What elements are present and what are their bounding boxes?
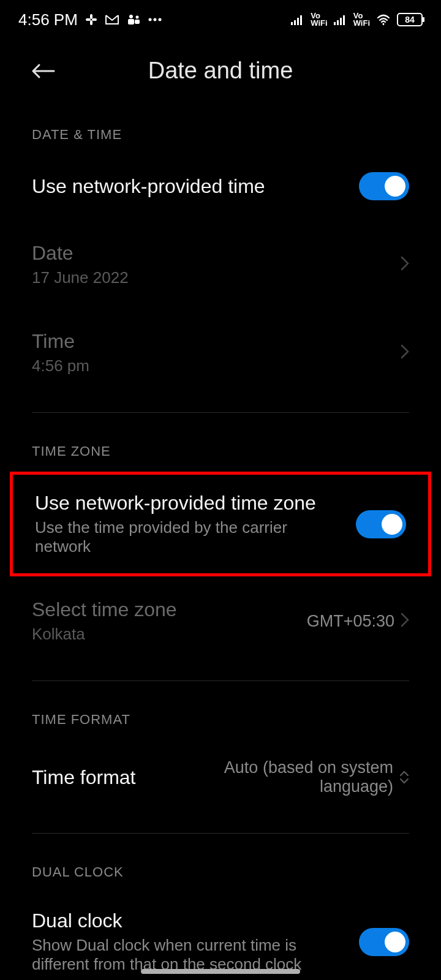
- svg-rect-14: [300, 15, 302, 25]
- row-network-timezone[interactable]: Use network-provided time zone Use the t…: [13, 475, 428, 573]
- section-time-zone: TIME ZONE: [0, 425, 441, 472]
- section-dual-clock: DUAL CLOCK: [0, 846, 441, 892]
- date-label: Date: [32, 242, 129, 265]
- gmail-icon: [105, 14, 119, 25]
- more-icon: [148, 17, 162, 22]
- network-timezone-label: Use network-provided time zone: [35, 492, 344, 514]
- status-bar: 4:56 PM VoWiFi VoWiFi 84: [0, 0, 441, 39]
- svg-rect-7: [135, 20, 140, 24]
- divider: [32, 412, 409, 413]
- time-label: Time: [32, 330, 89, 353]
- time-value: 4:56 pm: [32, 356, 89, 375]
- status-right: VoWiFi VoWiFi 84: [291, 12, 423, 27]
- svg-rect-3: [92, 18, 97, 21]
- row-network-time[interactable]: Use network-provided time: [0, 155, 441, 217]
- row-select-timezone[interactable]: Select time zone Kolkata GMT+05:30: [0, 576, 441, 668]
- arrow-left-icon: [31, 62, 55, 80]
- svg-rect-12: [294, 20, 296, 25]
- battery-level: 84: [405, 15, 415, 24]
- svg-rect-16: [337, 20, 339, 25]
- svg-point-4: [129, 15, 133, 18]
- select-timezone-label: Select time zone: [32, 598, 177, 621]
- divider: [32, 833, 409, 834]
- network-time-toggle[interactable]: [359, 172, 409, 200]
- signal-icon: [291, 14, 304, 25]
- row-time[interactable]: Time 4:56 pm: [0, 312, 441, 400]
- svg-rect-2: [86, 18, 91, 21]
- section-time-format: TIME FORMAT: [0, 693, 441, 740]
- vowifi-icon-2: VoWiFi: [353, 12, 370, 27]
- status-time: 4:56 PM: [18, 10, 78, 29]
- svg-point-6: [135, 16, 138, 19]
- svg-rect-15: [334, 22, 336, 25]
- svg-point-8: [148, 18, 151, 21]
- date-value: 17 June 2022: [32, 268, 129, 287]
- time-format-label: Time format: [32, 766, 136, 789]
- svg-rect-18: [343, 15, 345, 25]
- svg-rect-0: [90, 14, 92, 19]
- row-time-format[interactable]: Time format Auto (based on system langua…: [0, 740, 441, 821]
- signal-icon-2: [334, 14, 347, 25]
- dual-clock-label: Dual clock: [32, 910, 347, 932]
- section-date-time: DATE & TIME: [0, 108, 441, 155]
- chevron-right-icon: [401, 344, 409, 361]
- highlight-annotation: Use network-provided time zone Use the t…: [10, 472, 431, 576]
- slack-icon: [85, 13, 97, 26]
- svg-point-19: [383, 23, 385, 25]
- svg-rect-17: [340, 18, 342, 25]
- select-timezone-value: GMT+05:30: [307, 612, 394, 631]
- divider: [32, 680, 409, 681]
- teams-icon: [127, 13, 140, 26]
- svg-rect-1: [90, 20, 92, 25]
- svg-rect-11: [291, 22, 293, 25]
- wifi-icon: [376, 14, 391, 25]
- time-format-value: Auto (based on system language): [222, 758, 393, 796]
- svg-point-10: [158, 18, 161, 21]
- chevron-right-icon: [401, 256, 409, 273]
- nav-indicator[interactable]: [141, 969, 300, 974]
- status-left: 4:56 PM: [18, 10, 162, 29]
- dual-clock-toggle[interactable]: [359, 928, 409, 956]
- vowifi-icon: VoWiFi: [311, 12, 327, 27]
- row-dual-clock[interactable]: Dual clock Show Dual clock when current …: [0, 892, 441, 980]
- row-date[interactable]: Date 17 June 2022: [0, 217, 441, 312]
- back-button[interactable]: [31, 59, 55, 83]
- updown-icon: [399, 771, 409, 784]
- battery-icon: 84: [397, 13, 423, 26]
- dual-clock-sub: Show Dual clock when current time is dif…: [32, 936, 347, 974]
- svg-point-9: [153, 18, 156, 21]
- app-header: Date and time: [0, 39, 441, 108]
- network-timezone-toggle[interactable]: [356, 510, 406, 538]
- select-timezone-sub: Kolkata: [32, 625, 177, 644]
- chevron-right-icon: [401, 612, 409, 630]
- svg-rect-13: [297, 18, 299, 25]
- network-timezone-sub: Use the time provided by the carrier net…: [35, 518, 344, 556]
- page-title: Date and time: [55, 58, 386, 84]
- network-time-label: Use network-provided time: [32, 175, 265, 198]
- svg-rect-5: [128, 19, 134, 24]
